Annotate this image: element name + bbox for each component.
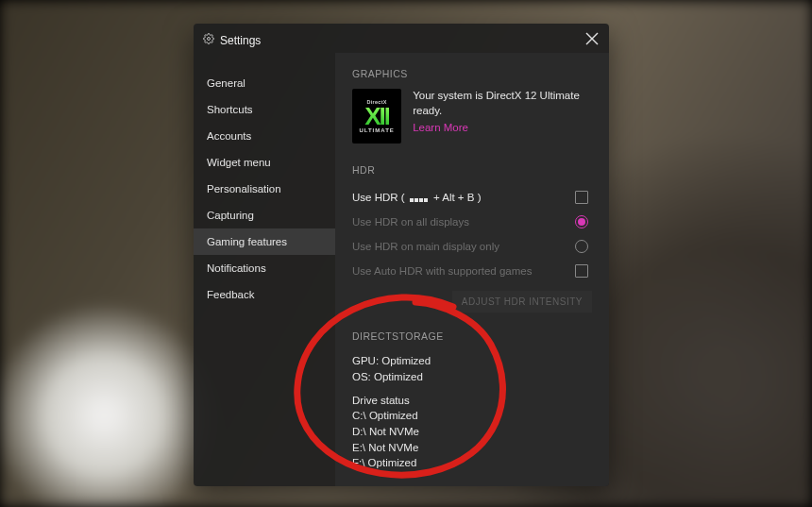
ds-drive-status-header: Drive status bbox=[352, 393, 592, 409]
hdr-main-display-radio[interactable] bbox=[575, 240, 588, 253]
svg-point-0 bbox=[208, 38, 211, 41]
sidebar-item-label: Accounts bbox=[207, 130, 251, 142]
directstorage-section: DIRECTSTORAGE GPU: Optimized OS: Optimiz… bbox=[352, 330, 592, 471]
sidebar-item-label: Feedback bbox=[207, 289, 255, 300]
ds-drive-d: D:\ Not NVMe bbox=[352, 424, 592, 440]
ds-drive-f: F:\ Optimized bbox=[352, 455, 592, 471]
hdr-main-display-row: Use HDR on main display only bbox=[352, 234, 592, 259]
hdr-all-displays-radio[interactable] bbox=[575, 215, 588, 228]
sidebar-item-label: Widget menu bbox=[207, 157, 271, 168]
sidebar-item-personalisation[interactable]: Personalisation bbox=[194, 176, 335, 202]
titlebar: Settings bbox=[194, 24, 609, 53]
content-pane: GRAPHICS DirectX XII ULTIMATE Your syste… bbox=[335, 53, 609, 486]
adjust-hdr-intensity-button[interactable]: ADJUST HDR INTENSITY bbox=[452, 291, 592, 313]
directx-badge: DirectX XII ULTIMATE bbox=[352, 89, 401, 144]
gear-icon bbox=[203, 33, 214, 47]
graphics-section-header: GRAPHICS bbox=[352, 68, 592, 79]
sidebar-item-label: General bbox=[207, 77, 245, 89]
sidebar-item-label: Notifications bbox=[207, 262, 266, 274]
learn-more-link[interactable]: Learn More bbox=[413, 122, 468, 133]
sidebar-item-widget-menu[interactable]: Widget menu bbox=[194, 149, 335, 176]
sidebar-item-label: Capturing bbox=[207, 210, 254, 221]
directx-status-text: Your system is DirectX 12 Ultimate ready… bbox=[413, 89, 592, 118]
use-hdr-checkbox[interactable] bbox=[575, 191, 588, 204]
windows-key-icon bbox=[410, 198, 429, 203]
auto-hdr-row: Use Auto HDR with supported games bbox=[352, 259, 592, 283]
sidebar-item-label: Personalisation bbox=[207, 183, 281, 194]
settings-window: Settings General Shortcuts Accounts Widg… bbox=[194, 24, 609, 486]
sidebar-item-capturing[interactable]: Capturing bbox=[194, 202, 335, 228]
auto-hdr-checkbox[interactable] bbox=[575, 264, 588, 278]
sidebar-item-gaming-features[interactable]: Gaming features bbox=[194, 228, 335, 255]
directstorage-section-header: DIRECTSTORAGE bbox=[352, 330, 592, 344]
ds-gpu-status: GPU: Optimized bbox=[352, 353, 592, 369]
sidebar-item-general[interactable]: General bbox=[194, 70, 335, 96]
close-button[interactable] bbox=[584, 31, 600, 49]
sidebar-item-label: Shortcuts bbox=[207, 104, 253, 115]
ds-os-status: OS: Optimized bbox=[352, 369, 592, 385]
hdr-all-displays-row: Use HDR on all displays bbox=[352, 210, 592, 234]
sidebar-item-label: Gaming features bbox=[207, 236, 287, 247]
ds-drive-c: C:\ Optimized bbox=[352, 408, 592, 424]
sidebar-item-accounts[interactable]: Accounts bbox=[194, 123, 335, 149]
hdr-section-header: HDR bbox=[352, 164, 592, 176]
sidebar-item-notifications[interactable]: Notifications bbox=[194, 255, 335, 281]
window-title: Settings bbox=[220, 34, 261, 47]
sidebar: General Shortcuts Accounts Widget menu P… bbox=[194, 53, 335, 486]
sidebar-item-shortcuts[interactable]: Shortcuts bbox=[194, 96, 335, 123]
use-hdr-row: Use HDR ( + Alt + B ) bbox=[352, 185, 592, 210]
ds-drive-e: E:\ Not NVMe bbox=[352, 440, 592, 456]
sidebar-item-feedback[interactable]: Feedback bbox=[194, 281, 335, 308]
